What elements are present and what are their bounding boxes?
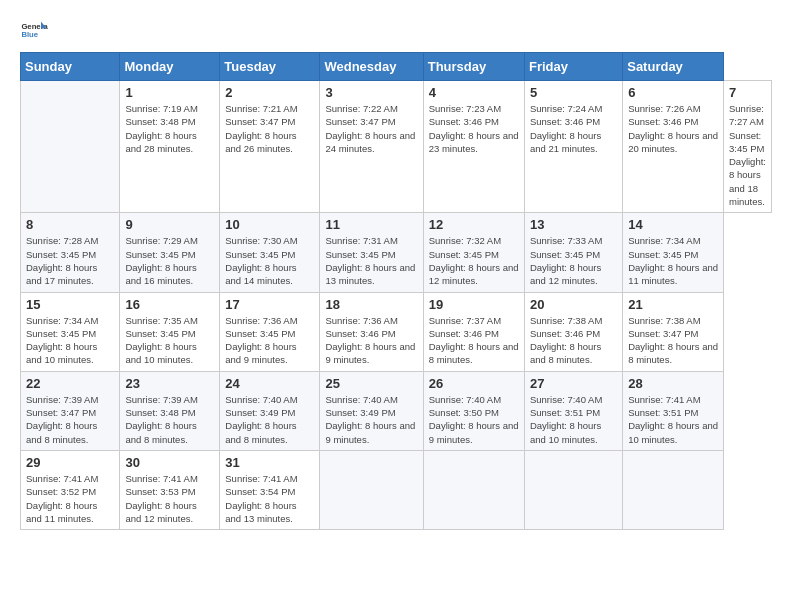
- day-info: Sunrise: 7:40 AM Sunset: 3:49 PM Dayligh…: [225, 393, 314, 446]
- day-number: 29: [26, 455, 114, 470]
- calendar-day-header: Sunday: [21, 53, 120, 81]
- day-info: Sunrise: 7:38 AM Sunset: 3:46 PM Dayligh…: [530, 314, 617, 367]
- day-number: 21: [628, 297, 718, 312]
- day-number: 4: [429, 85, 519, 100]
- calendar-day-header: Friday: [524, 53, 622, 81]
- day-number: 30: [125, 455, 214, 470]
- day-number: 2: [225, 85, 314, 100]
- day-info: Sunrise: 7:36 AM Sunset: 3:45 PM Dayligh…: [225, 314, 314, 367]
- day-info: Sunrise: 7:22 AM Sunset: 3:47 PM Dayligh…: [325, 102, 417, 155]
- calendar-table: SundayMondayTuesdayWednesdayThursdayFrid…: [20, 52, 772, 530]
- day-info: Sunrise: 7:28 AM Sunset: 3:45 PM Dayligh…: [26, 234, 114, 287]
- calendar-day-cell: [623, 450, 724, 529]
- day-number: 15: [26, 297, 114, 312]
- day-number: 13: [530, 217, 617, 232]
- calendar-day-cell: 1 Sunrise: 7:19 AM Sunset: 3:48 PM Dayli…: [120, 81, 220, 213]
- day-info: Sunrise: 7:41 AM Sunset: 3:54 PM Dayligh…: [225, 472, 314, 525]
- day-info: Sunrise: 7:38 AM Sunset: 3:47 PM Dayligh…: [628, 314, 718, 367]
- calendar-week-row: 29 Sunrise: 7:41 AM Sunset: 3:52 PM Dayl…: [21, 450, 772, 529]
- calendar-day-header: Monday: [120, 53, 220, 81]
- day-number: 22: [26, 376, 114, 391]
- calendar-week-row: 1 Sunrise: 7:19 AM Sunset: 3:48 PM Dayli…: [21, 81, 772, 213]
- day-number: 12: [429, 217, 519, 232]
- calendar-day-cell: 16 Sunrise: 7:35 AM Sunset: 3:45 PM Dayl…: [120, 292, 220, 371]
- day-info: Sunrise: 7:26 AM Sunset: 3:46 PM Dayligh…: [628, 102, 718, 155]
- calendar-week-row: 22 Sunrise: 7:39 AM Sunset: 3:47 PM Dayl…: [21, 371, 772, 450]
- day-info: Sunrise: 7:29 AM Sunset: 3:45 PM Dayligh…: [125, 234, 214, 287]
- day-info: Sunrise: 7:37 AM Sunset: 3:46 PM Dayligh…: [429, 314, 519, 367]
- day-number: 17: [225, 297, 314, 312]
- svg-text:Blue: Blue: [21, 30, 38, 39]
- calendar-day-cell: 9 Sunrise: 7:29 AM Sunset: 3:45 PM Dayli…: [120, 213, 220, 292]
- day-number: 27: [530, 376, 617, 391]
- calendar-day-cell: 26 Sunrise: 7:40 AM Sunset: 3:50 PM Dayl…: [423, 371, 524, 450]
- day-number: 8: [26, 217, 114, 232]
- calendar-day-cell: 22 Sunrise: 7:39 AM Sunset: 3:47 PM Dayl…: [21, 371, 120, 450]
- calendar-week-row: 8 Sunrise: 7:28 AM Sunset: 3:45 PM Dayli…: [21, 213, 772, 292]
- day-info: Sunrise: 7:34 AM Sunset: 3:45 PM Dayligh…: [628, 234, 718, 287]
- day-number: 10: [225, 217, 314, 232]
- calendar-day-cell: 11 Sunrise: 7:31 AM Sunset: 3:45 PM Dayl…: [320, 213, 423, 292]
- day-number: 16: [125, 297, 214, 312]
- day-info: Sunrise: 7:40 AM Sunset: 3:50 PM Dayligh…: [429, 393, 519, 446]
- calendar-day-cell: 12 Sunrise: 7:32 AM Sunset: 3:45 PM Dayl…: [423, 213, 524, 292]
- day-info: Sunrise: 7:39 AM Sunset: 3:47 PM Dayligh…: [26, 393, 114, 446]
- day-info: Sunrise: 7:23 AM Sunset: 3:46 PM Dayligh…: [429, 102, 519, 155]
- day-info: Sunrise: 7:27 AM Sunset: 3:45 PM Dayligh…: [729, 102, 766, 208]
- calendar-day-cell: [320, 450, 423, 529]
- day-info: Sunrise: 7:36 AM Sunset: 3:46 PM Dayligh…: [325, 314, 417, 367]
- day-info: Sunrise: 7:24 AM Sunset: 3:46 PM Dayligh…: [530, 102, 617, 155]
- day-info: Sunrise: 7:39 AM Sunset: 3:48 PM Dayligh…: [125, 393, 214, 446]
- day-number: 3: [325, 85, 417, 100]
- calendar-day-cell: 20 Sunrise: 7:38 AM Sunset: 3:46 PM Dayl…: [524, 292, 622, 371]
- day-info: Sunrise: 7:31 AM Sunset: 3:45 PM Dayligh…: [325, 234, 417, 287]
- day-number: 24: [225, 376, 314, 391]
- calendar-day-cell: 10 Sunrise: 7:30 AM Sunset: 3:45 PM Dayl…: [220, 213, 320, 292]
- calendar-week-row: 15 Sunrise: 7:34 AM Sunset: 3:45 PM Dayl…: [21, 292, 772, 371]
- day-info: Sunrise: 7:40 AM Sunset: 3:49 PM Dayligh…: [325, 393, 417, 446]
- empty-day-cell: [21, 81, 120, 213]
- logo: General Blue: [20, 16, 52, 44]
- calendar-day-cell: [423, 450, 524, 529]
- day-number: 9: [125, 217, 214, 232]
- calendar-day-cell: 2 Sunrise: 7:21 AM Sunset: 3:47 PM Dayli…: [220, 81, 320, 213]
- calendar-day-cell: 19 Sunrise: 7:37 AM Sunset: 3:46 PM Dayl…: [423, 292, 524, 371]
- day-info: Sunrise: 7:32 AM Sunset: 3:45 PM Dayligh…: [429, 234, 519, 287]
- day-info: Sunrise: 7:21 AM Sunset: 3:47 PM Dayligh…: [225, 102, 314, 155]
- day-number: 11: [325, 217, 417, 232]
- calendar-day-cell: 15 Sunrise: 7:34 AM Sunset: 3:45 PM Dayl…: [21, 292, 120, 371]
- day-number: 26: [429, 376, 519, 391]
- calendar-day-cell: [524, 450, 622, 529]
- day-number: 5: [530, 85, 617, 100]
- calendar-day-cell: 30 Sunrise: 7:41 AM Sunset: 3:53 PM Dayl…: [120, 450, 220, 529]
- calendar-day-cell: 13 Sunrise: 7:33 AM Sunset: 3:45 PM Dayl…: [524, 213, 622, 292]
- calendar-day-cell: 6 Sunrise: 7:26 AM Sunset: 3:46 PM Dayli…: [623, 81, 724, 213]
- day-info: Sunrise: 7:41 AM Sunset: 3:53 PM Dayligh…: [125, 472, 214, 525]
- day-info: Sunrise: 7:41 AM Sunset: 3:51 PM Dayligh…: [628, 393, 718, 446]
- day-info: Sunrise: 7:40 AM Sunset: 3:51 PM Dayligh…: [530, 393, 617, 446]
- day-number: 18: [325, 297, 417, 312]
- calendar-day-cell: 8 Sunrise: 7:28 AM Sunset: 3:45 PM Dayli…: [21, 213, 120, 292]
- calendar-day-header: Wednesday: [320, 53, 423, 81]
- calendar-day-cell: 3 Sunrise: 7:22 AM Sunset: 3:47 PM Dayli…: [320, 81, 423, 213]
- calendar-day-cell: 4 Sunrise: 7:23 AM Sunset: 3:46 PM Dayli…: [423, 81, 524, 213]
- calendar-day-cell: 27 Sunrise: 7:40 AM Sunset: 3:51 PM Dayl…: [524, 371, 622, 450]
- calendar-day-cell: 14 Sunrise: 7:34 AM Sunset: 3:45 PM Dayl…: [623, 213, 724, 292]
- day-number: 7: [729, 85, 766, 100]
- logo-icon: General Blue: [20, 16, 48, 44]
- calendar-day-cell: 28 Sunrise: 7:41 AM Sunset: 3:51 PM Dayl…: [623, 371, 724, 450]
- calendar-day-cell: 31 Sunrise: 7:41 AM Sunset: 3:54 PM Dayl…: [220, 450, 320, 529]
- day-info: Sunrise: 7:34 AM Sunset: 3:45 PM Dayligh…: [26, 314, 114, 367]
- day-number: 14: [628, 217, 718, 232]
- calendar-day-cell: 29 Sunrise: 7:41 AM Sunset: 3:52 PM Dayl…: [21, 450, 120, 529]
- calendar-day-cell: 24 Sunrise: 7:40 AM Sunset: 3:49 PM Dayl…: [220, 371, 320, 450]
- day-number: 1: [125, 85, 214, 100]
- calendar-day-cell: 23 Sunrise: 7:39 AM Sunset: 3:48 PM Dayl…: [120, 371, 220, 450]
- day-number: 28: [628, 376, 718, 391]
- calendar-day-cell: 7 Sunrise: 7:27 AM Sunset: 3:45 PM Dayli…: [724, 81, 772, 213]
- day-number: 25: [325, 376, 417, 391]
- day-number: 19: [429, 297, 519, 312]
- calendar-day-cell: 17 Sunrise: 7:36 AM Sunset: 3:45 PM Dayl…: [220, 292, 320, 371]
- day-info: Sunrise: 7:33 AM Sunset: 3:45 PM Dayligh…: [530, 234, 617, 287]
- day-number: 31: [225, 455, 314, 470]
